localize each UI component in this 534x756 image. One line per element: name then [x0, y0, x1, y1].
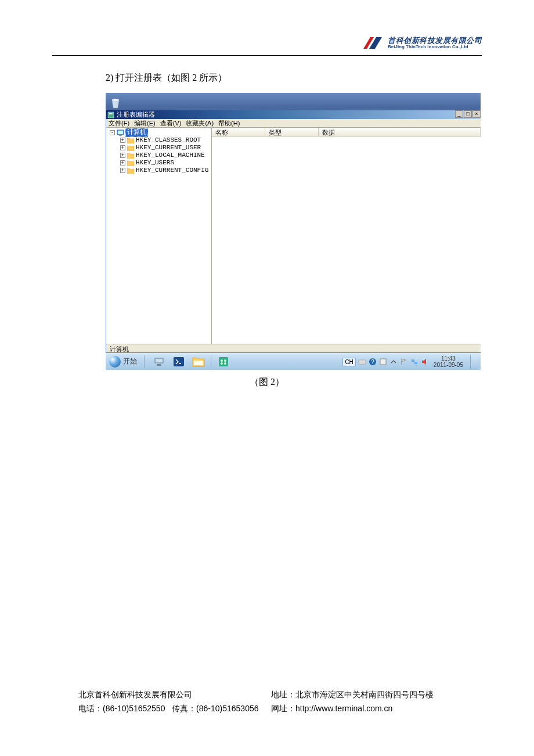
keyboard-icon[interactable]: [358, 358, 366, 366]
taskbar: 开始 CH ?: [106, 352, 481, 370]
close-button[interactable]: ×: [472, 110, 481, 118]
page-footer: 北京首科创新科技发展有限公司 地址：北京市海淀区中关村南四街四号四号楼 电话：(…: [78, 687, 482, 715]
col-type[interactable]: 类型: [265, 128, 319, 136]
step-text: 2) 打开注册表（如图 2 所示）: [106, 72, 227, 84]
expand-icon[interactable]: +: [120, 138, 125, 143]
server-manager-icon[interactable]: [150, 354, 168, 369]
windows-orb-icon: [109, 356, 121, 368]
explorer-icon[interactable]: [190, 354, 207, 369]
svg-point-14: [221, 362, 223, 365]
quick-launch: [150, 354, 232, 369]
window-title: 注册表编辑器: [117, 110, 155, 119]
tree-item-label: HKEY_USERS: [136, 159, 174, 167]
screenshot-figure: 注册表编辑器 _ □ × 文件(F) 编辑(E) 查看(V) 收藏夹(A) 帮助…: [106, 93, 481, 370]
app-icon[interactable]: [215, 354, 232, 369]
menu-favorites[interactable]: 收藏夹(A): [186, 119, 214, 128]
clock-time: 11:43: [434, 355, 463, 362]
network-icon[interactable]: [410, 358, 418, 366]
page-header-logo: 首科创新科技发展有限公司 BeiJing ThinTech Innovation…: [362, 36, 482, 50]
menu-bar: 文件(F) 编辑(E) 查看(V) 收藏夹(A) 帮助(H): [106, 119, 481, 128]
tree-item-label: HKEY_CLASSES_ROOT: [136, 136, 201, 144]
ime-indicator[interactable]: CH: [342, 358, 355, 366]
menu-help[interactable]: 帮助(H): [218, 119, 240, 128]
menu-file[interactable]: 文件(F): [109, 119, 129, 128]
col-name[interactable]: 名称: [212, 128, 265, 136]
minimize-button[interactable]: _: [455, 110, 463, 118]
logo-mark-icon: [362, 36, 384, 50]
status-bar: 计算机: [106, 344, 481, 352]
tray-expand-icon[interactable]: [389, 358, 398, 366]
system-tray: CH ? 11:43 2011-09-05: [342, 353, 478, 370]
svg-rect-10: [194, 361, 203, 365]
tree-root-row[interactable]: - 计算机: [110, 129, 211, 136]
flag-icon[interactable]: [400, 358, 408, 366]
tray-clock[interactable]: 11:43 2011-09-05: [431, 355, 466, 368]
folder-icon: [127, 160, 134, 166]
expand-icon[interactable]: +: [120, 160, 125, 165]
tree-panel: - 计算机 + HKEY_CLASSES_ROOT + HKE: [106, 128, 212, 344]
svg-rect-2: [109, 113, 113, 114]
tree-item[interactable]: + HKEY_CURRENT_CONFIG: [110, 167, 211, 174]
svg-rect-19: [380, 359, 386, 365]
svg-point-12: [221, 359, 223, 362]
taskbar-separator: [144, 355, 145, 368]
logo-company-en: BeiJing ThinTech Innovation Co.,Ltd: [388, 45, 482, 49]
expand-icon[interactable]: +: [120, 168, 125, 173]
svg-rect-16: [359, 360, 366, 364]
svg-text:?: ?: [371, 359, 374, 365]
folder-icon: [127, 138, 134, 143]
maximize-button[interactable]: □: [464, 110, 472, 118]
tree-item[interactable]: + HKEY_USERS: [110, 159, 211, 167]
tree-item-label: HKEY_CURRENT_CONFIG: [136, 167, 208, 174]
status-path: 计算机: [110, 345, 129, 352]
svg-rect-21: [414, 362, 417, 364]
menu-edit[interactable]: 编辑(E): [134, 119, 156, 128]
svg-rect-20: [412, 359, 414, 362]
svg-rect-7: [156, 359, 163, 362]
volume-icon[interactable]: [421, 358, 429, 366]
regedit-icon: [107, 111, 114, 118]
svg-rect-4: [118, 131, 123, 134]
tree-item-label: HKEY_LOCAL_MACHINE: [136, 152, 205, 159]
tree-item-label: HKEY_CURRENT_USER: [136, 144, 201, 152]
svg-rect-11: [219, 357, 228, 366]
regedit-window: 注册表编辑器 _ □ × 文件(F) 编辑(E) 查看(V) 收藏夹(A) 帮助…: [106, 110, 481, 352]
footer-phone: 电话：(86-10)51652550: [78, 704, 165, 713]
start-button[interactable]: 开始: [106, 353, 143, 370]
show-desktop-button[interactable]: [470, 355, 478, 369]
logo-company-cn: 首科创新科技发展有限公司: [388, 37, 482, 45]
tree-item[interactable]: + HKEY_CLASSES_ROOT: [110, 136, 211, 144]
tree-item[interactable]: + HKEY_LOCAL_MACHINE: [110, 152, 211, 159]
svg-rect-8: [157, 364, 161, 366]
svg-point-15: [224, 362, 226, 365]
footer-company: 北京首科创新科技发展有限公司: [78, 687, 271, 701]
computer-icon: [117, 129, 124, 136]
tree-item[interactable]: + HKEY_CURRENT_USER: [110, 144, 211, 152]
folder-icon: [127, 145, 134, 151]
footer-web: 网址：http://www.terminal.com.cn: [271, 701, 482, 715]
list-panel: 名称 类型 数据: [212, 128, 481, 344]
expand-icon[interactable]: +: [120, 145, 125, 150]
svg-point-0: [112, 99, 119, 101]
figure-caption: （图 2）: [0, 376, 534, 388]
desktop-strip: [106, 93, 481, 110]
tree-root-label[interactable]: 计算机: [125, 128, 148, 137]
footer-address: 地址：北京市海淀区中关村南四街四号四号楼: [271, 687, 482, 701]
menu-view[interactable]: 查看(V): [160, 119, 182, 128]
svg-rect-1: [108, 112, 114, 118]
powershell-icon[interactable]: [170, 354, 187, 369]
svg-point-13: [224, 359, 226, 362]
taskbar-separator: [211, 355, 211, 368]
clock-date: 2011-09-05: [434, 362, 463, 368]
window-titlebar[interactable]: 注册表编辑器 _ □ ×: [106, 110, 481, 119]
expand-icon[interactable]: +: [120, 153, 125, 158]
folder-icon: [127, 153, 134, 159]
folder-icon: [127, 168, 134, 174]
footer-fax: 传真：(86-10)51653056: [172, 704, 258, 713]
collapse-icon[interactable]: -: [110, 130, 115, 135]
ime-option-icon[interactable]: [379, 358, 387, 366]
svg-rect-5: [119, 135, 122, 136]
header-divider: [52, 55, 482, 56]
help-icon[interactable]: ?: [369, 358, 377, 366]
col-data[interactable]: 数据: [319, 128, 481, 136]
